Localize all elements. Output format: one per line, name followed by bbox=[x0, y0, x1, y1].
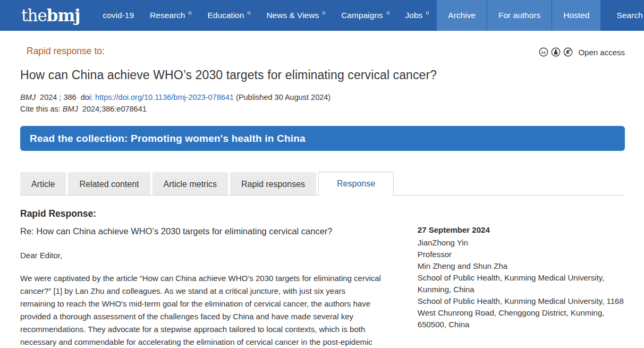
tab-article-metrics[interactable]: Article metrics bbox=[152, 172, 228, 196]
contributor-coauthors: Min Zheng and Shun Zha bbox=[418, 260, 625, 272]
response-subject: Re: How can China achieve WHO’s 2030 tar… bbox=[20, 226, 383, 236]
nav-item-archive[interactable]: Archive bbox=[437, 0, 487, 31]
search-button[interactable]: Search bbox=[600, 0, 644, 31]
open-access-license-link[interactable]: cc € Open access bbox=[539, 47, 625, 57]
nav-item-education[interactable]: Education bbox=[199, 0, 258, 31]
secondary-nav-group: Archive For authors Hosted bbox=[437, 0, 600, 31]
citation-line: BMJ 2024 ; 386 doi: https://doi.org/10.1… bbox=[20, 91, 625, 103]
collection-banner-label: Read the collection: Promoting women's h… bbox=[30, 133, 306, 145]
article-title: How can China achieve WHO’s 2030 targets… bbox=[20, 68, 625, 82]
dropdown-indicator-icon bbox=[189, 12, 191, 14]
journal-name: BMJ bbox=[63, 105, 78, 113]
article-tabs: Article Related content Article metrics … bbox=[20, 172, 625, 196]
nav-item-research[interactable]: Research bbox=[142, 0, 199, 31]
nav-item-for-authors[interactable]: For authors bbox=[487, 0, 552, 31]
dropdown-indicator-icon bbox=[426, 12, 429, 14]
contributor-role: Professor bbox=[418, 249, 625, 260]
cc-icon: cc bbox=[539, 47, 548, 57]
response-body-paragraph: We were captivated by the article “How c… bbox=[20, 272, 383, 348]
dropdown-indicator-icon bbox=[248, 12, 250, 14]
top-navigation: thebmj covid-19 Research Education News … bbox=[0, 0, 644, 31]
rapid-response-heading: Rapid Response: bbox=[20, 208, 383, 219]
contributor-affiliation: School of Public Health, Kunming Medical… bbox=[418, 272, 625, 295]
nav-item-news-views[interactable]: News & Views bbox=[258, 0, 333, 31]
contributor-panel: 27 September 2024 JianZhong Yin Professo… bbox=[418, 208, 625, 348]
tab-article[interactable]: Article bbox=[20, 172, 66, 196]
journal-name: BMJ bbox=[20, 93, 36, 101]
page-content: Rapid response to: cc € Open access How … bbox=[0, 31, 644, 348]
svg-text:cc: cc bbox=[541, 50, 546, 55]
nav-item-covid19[interactable]: covid-19 bbox=[95, 0, 142, 31]
nav-item-jobs[interactable]: Jobs bbox=[397, 0, 437, 31]
collection-banner-link[interactable]: Read the collection: Promoting women's h… bbox=[20, 126, 625, 151]
response-salutation: Dear Editor, bbox=[20, 251, 383, 260]
secondary-nav: Archive For authors Hosted Search bbox=[437, 0, 644, 31]
citation-block: BMJ 2024 ; 386 doi: https://doi.org/10.1… bbox=[20, 91, 625, 115]
cite-this-as-line: Cite this as: BMJ 2024;386:e078641 bbox=[20, 103, 625, 115]
doi-link[interactable]: https://doi.org/10.1136/bmj-2023-078641 bbox=[95, 93, 234, 101]
response-date: 27 September 2024 bbox=[418, 224, 625, 236]
tab-rapid-responses[interactable]: Rapid responses bbox=[230, 172, 316, 196]
bmj-logo[interactable]: thebmj bbox=[0, 0, 95, 31]
cc-nc-noncommercial-icon: € bbox=[563, 47, 573, 57]
contributor-name: JianZhong Yin bbox=[418, 237, 625, 249]
response-section: Rapid Response: Re: How can China achiev… bbox=[20, 208, 625, 348]
response-content: Rapid Response: Re: How can China achiev… bbox=[20, 208, 383, 348]
logo-bmj: bmj bbox=[47, 7, 80, 24]
contributor-address: School of Public Health, Kunming Medical… bbox=[418, 295, 625, 330]
rapid-response-kicker: Rapid response to: bbox=[20, 46, 105, 57]
dropdown-indicator-icon bbox=[323, 12, 325, 14]
tab-related-content[interactable]: Related content bbox=[68, 172, 150, 196]
kicker-row: Rapid response to: cc € Open access bbox=[20, 31, 625, 57]
open-access-label: Open access bbox=[578, 48, 625, 57]
nav-item-hosted[interactable]: Hosted bbox=[552, 0, 600, 31]
logo-the: the bbox=[21, 7, 47, 24]
primary-nav: covid-19 Research Education News & Views… bbox=[95, 0, 437, 31]
cc-by-attribution-icon bbox=[551, 47, 561, 57]
nav-item-campaigns[interactable]: Campaigns bbox=[333, 0, 397, 31]
dropdown-indicator-icon bbox=[387, 12, 389, 14]
tab-response[interactable]: Response bbox=[318, 172, 394, 196]
